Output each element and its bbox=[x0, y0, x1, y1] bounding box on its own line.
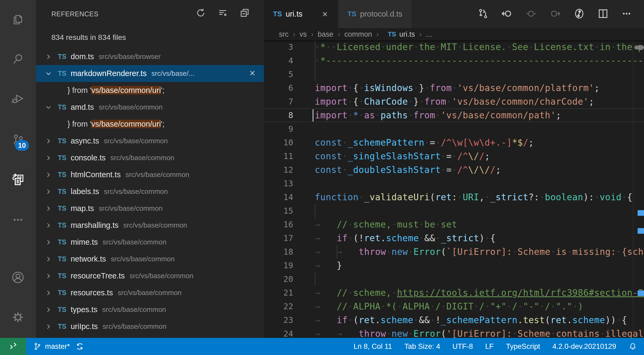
indent-guide bbox=[337, 245, 337, 259]
chevron-right-icon[interactable] bbox=[44, 52, 53, 61]
references-icon[interactable] bbox=[0, 167, 36, 192]
code-line[interactable]: 9 bbox=[264, 122, 644, 136]
chevron-right-icon[interactable] bbox=[44, 153, 53, 163]
previous-reference-icon[interactable] bbox=[501, 8, 513, 21]
chevron-right-icon[interactable] bbox=[44, 137, 53, 146]
more-actions-icon[interactable] bbox=[621, 8, 632, 20]
settings-gear-icon[interactable] bbox=[0, 304, 36, 330]
breadcrumb-item[interactable]: vs bbox=[300, 30, 307, 39]
chevron-right-icon[interactable] bbox=[44, 305, 53, 314]
git-branch-item[interactable]: master* bbox=[33, 342, 70, 351]
tree-file-row[interactable]: TSmime.tssrc/vs/base/common bbox=[36, 234, 264, 251]
scrollbar-track[interactable] bbox=[633, 40, 633, 338]
tree-file-row[interactable]: TSconsole.tssrc/vs/base/common bbox=[36, 149, 264, 166]
tree-file-row[interactable]: TSresources.tssrc/vs/base/common bbox=[36, 284, 264, 301]
file-path: src/vs/base/common bbox=[123, 221, 187, 229]
version[interactable]: 4.2.0-dev.20210129 bbox=[552, 342, 616, 351]
chevron-right-icon[interactable] bbox=[44, 170, 53, 179]
chevron-right-icon[interactable] bbox=[44, 221, 53, 230]
code-line[interactable]: 16→//·scheme,·must·be·set bbox=[264, 218, 644, 231]
more-icon[interactable] bbox=[0, 207, 36, 233]
code-line[interactable]: 4·*-------------------------------------… bbox=[264, 54, 644, 67]
tree-file-row[interactable]: TSdom.tssrc/vs/base/browser bbox=[36, 48, 264, 65]
code-line[interactable]: 19→} bbox=[264, 259, 644, 272]
tree-result-row[interactable]: } from 'vs/base/common/uri'; bbox=[36, 116, 264, 133]
tree-file-row[interactable]: TSmarshalling.tssrc/vs/base/common bbox=[36, 217, 264, 234]
dismiss-icon[interactable] bbox=[248, 69, 256, 78]
search-icon[interactable] bbox=[0, 46, 36, 72]
code-line[interactable]: 17→if·(!ret.scheme·&&·_strict)·{ bbox=[264, 231, 644, 245]
cursor-position[interactable]: Ln 8, Col 11 bbox=[354, 342, 392, 351]
code-line[interactable]: 23→if·(ret.scheme·&&·!_schemePattern.tes… bbox=[264, 313, 644, 327]
breadcrumb: src›vs›base›common›TSuri.ts›... bbox=[264, 28, 644, 40]
tab-label: protocol.d.ts bbox=[360, 10, 402, 18]
code-line[interactable]: 5 bbox=[264, 67, 644, 81]
chevron-right-icon[interactable] bbox=[44, 187, 53, 196]
account-icon[interactable] bbox=[0, 265, 36, 290]
code-line[interactable]: 10const·_schemePattern·=·/^\w[\w\d+.-]*$… bbox=[264, 136, 644, 149]
code-line[interactable]: 6import·{·isWindows·}·from·'vs/base/comm… bbox=[264, 81, 644, 95]
language-mode[interactable]: TypeScript bbox=[506, 342, 540, 351]
timeline-icon[interactable] bbox=[573, 8, 585, 21]
tree-file-row[interactable]: TShtmlContent.tssrc/vs/base/common bbox=[36, 166, 264, 183]
chevron-right-icon[interactable] bbox=[44, 271, 53, 281]
breadcrumb-tail[interactable]: ... bbox=[426, 30, 432, 39]
code-line[interactable]: 18→→throw·new·Error(`[UriError]:·Scheme·… bbox=[264, 245, 644, 259]
code-viewport[interactable]: 3·*··Licensed·under·the·MIT·License.·See… bbox=[264, 40, 644, 338]
split-editor-icon[interactable] bbox=[597, 8, 609, 20]
tree-file-row[interactable]: TSmap.tssrc/vs/base/common bbox=[36, 200, 264, 217]
clear-all-icon[interactable] bbox=[217, 7, 228, 18]
open-changes-icon[interactable] bbox=[478, 8, 489, 20]
chevron-right-icon[interactable] bbox=[44, 255, 53, 264]
breadcrumb-item[interactable]: src bbox=[279, 30, 289, 39]
next-reference-icon[interactable] bbox=[549, 8, 561, 21]
code-line[interactable]: 20 bbox=[264, 272, 644, 286]
chevron-right-icon: › bbox=[419, 30, 422, 39]
scrollbar-thumb[interactable] bbox=[634, 46, 644, 50]
breadcrumb-item[interactable]: base bbox=[318, 30, 334, 39]
explorer-icon[interactable] bbox=[0, 6, 36, 32]
refresh-icon[interactable] bbox=[195, 7, 206, 18]
tree-file-row[interactable]: TStypes.tssrc/vs/base/common bbox=[36, 301, 264, 318]
tab-protocol-d-ts[interactable]: TS protocol.d.ts bbox=[338, 0, 412, 28]
notifications-bell-icon[interactable] bbox=[628, 342, 637, 351]
chevron-right-icon[interactable] bbox=[44, 322, 53, 331]
collapse-all-icon[interactable] bbox=[239, 7, 250, 18]
tree-file-row[interactable]: TSnetwork.tssrc/vs/base/common bbox=[36, 251, 264, 267]
chevron-right-icon[interactable] bbox=[44, 204, 53, 213]
run-debug-icon[interactable] bbox=[0, 86, 36, 111]
tree-file-row[interactable]: TSlabels.tssrc/vs/base/common bbox=[36, 183, 264, 200]
chevron-down-icon[interactable] bbox=[44, 69, 53, 78]
code-line[interactable]: 22→//·ALPHA·*(·ALPHA·/·DIGIT·/·"+"·/·"-"… bbox=[264, 300, 644, 313]
tab-close-icon[interactable] bbox=[321, 10, 329, 18]
tab-size[interactable]: Tab Size: 4 bbox=[404, 342, 440, 351]
tree-file-row[interactable]: TSmarkdownRenderer.tssrc/vs/base/... bbox=[36, 65, 264, 82]
breadcrumb-item[interactable]: common bbox=[344, 30, 372, 39]
tab-whitespace: → bbox=[315, 259, 337, 272]
encoding[interactable]: UTF-8 bbox=[452, 342, 473, 351]
sync-icon[interactable] bbox=[75, 342, 84, 351]
code-line[interactable]: 7import·{·CharCode·}·from·'vs/base/commo… bbox=[264, 95, 644, 108]
code-line[interactable]: 12const·_doubleSlashStart·=·/^\/\//; bbox=[264, 163, 644, 177]
code-line[interactable]: 8import·*·as·paths·from·'vs/base/common/… bbox=[264, 108, 644, 122]
tree-file-row[interactable]: TSresourceTree.tssrc/vs/base/common bbox=[36, 267, 264, 284]
code-line[interactable]: 11const·_singleSlashStart·=·/^\//; bbox=[264, 149, 644, 163]
chevron-down-icon[interactable] bbox=[44, 103, 53, 112]
code-line[interactable]: 13 bbox=[264, 177, 644, 190]
code-line[interactable]: 24→→throw·new·Error('[UriError]:·Scheme·… bbox=[264, 327, 644, 338]
tree-file-row[interactable]: TSamd.tssrc/vs/base/common bbox=[36, 99, 264, 116]
breadcrumb-file[interactable]: uri.ts bbox=[399, 30, 415, 39]
eol[interactable]: LF bbox=[485, 342, 494, 351]
tree-file-row[interactable]: TSasync.tssrc/vs/base/common bbox=[36, 133, 264, 149]
current-reference-icon[interactable] bbox=[525, 8, 537, 21]
code-line[interactable]: 21→//·scheme,·https://tools.ietf.org/htm… bbox=[264, 286, 644, 300]
code-line[interactable]: 15 bbox=[264, 204, 644, 218]
code-line[interactable]: 14function·_validateUri(ret:·URI,·_stric… bbox=[264, 190, 644, 204]
tree-result-row[interactable]: } from 'vs/base/common/uri'; bbox=[36, 82, 264, 99]
tab-uri-ts[interactable]: TS uri.ts bbox=[264, 0, 338, 28]
chevron-right-icon[interactable] bbox=[44, 238, 53, 247]
chevron-right-icon: › bbox=[338, 30, 340, 39]
chevron-right-icon[interactable] bbox=[44, 288, 53, 297]
remote-indicator[interactable] bbox=[0, 338, 26, 355]
tree-file-row[interactable]: TSuriIpc.tssrc/vs/base/common bbox=[36, 318, 264, 335]
